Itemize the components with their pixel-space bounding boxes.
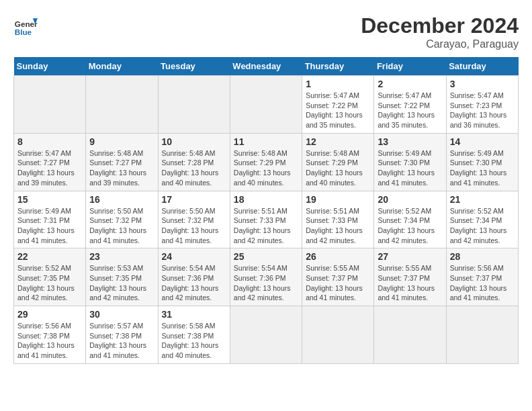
day-number: 26 xyxy=(306,251,370,262)
calendar-title: December 2024 xyxy=(361,13,519,38)
logo: General Blue xyxy=(13,13,38,38)
calendar-day-cell xyxy=(158,76,230,134)
calendar-day-cell xyxy=(446,306,518,364)
calendar-day-cell: 28 Sunrise: 5:56 AM Sunset: 7:37 PM Dayl… xyxy=(446,248,518,306)
calendar-body: 1 Sunrise: 5:47 AM Sunset: 7:22 PM Dayli… xyxy=(14,76,519,364)
day-number: 1 xyxy=(306,79,370,89)
calendar-subtitle: Carayao, Paraguay xyxy=(361,38,519,50)
day-info: Sunrise: 5:52 AM Sunset: 7:35 PM Dayligh… xyxy=(17,263,82,303)
logo-icon: General Blue xyxy=(13,13,38,38)
calendar-week-row: 1 Sunrise: 5:47 AM Sunset: 7:22 PM Dayli… xyxy=(14,76,519,134)
calendar-day-cell xyxy=(86,76,158,134)
day-number: 25 xyxy=(234,251,298,262)
day-info: Sunrise: 5:48 AM Sunset: 7:28 PM Dayligh… xyxy=(162,148,226,188)
day-info: Sunrise: 5:51 AM Sunset: 7:33 PM Dayligh… xyxy=(306,206,370,246)
day-info: Sunrise: 5:47 AM Sunset: 7:22 PM Dayligh… xyxy=(378,91,442,130)
calendar-day-cell: 14 Sunrise: 5:49 AM Sunset: 7:30 PM Dayl… xyxy=(446,133,518,191)
day-info: Sunrise: 5:49 AM Sunset: 7:30 PM Dayligh… xyxy=(450,148,515,188)
day-info: Sunrise: 5:58 AM Sunset: 7:38 PM Dayligh… xyxy=(162,321,226,361)
calendar-day-cell xyxy=(230,306,302,364)
calendar-day-cell: 3 Sunrise: 5:47 AM Sunset: 7:23 PM Dayli… xyxy=(446,76,518,134)
day-info: Sunrise: 5:48 AM Sunset: 7:29 PM Dayligh… xyxy=(234,148,298,188)
title-block: December 2024 Carayao, Paraguay xyxy=(361,13,519,50)
day-number: 24 xyxy=(162,251,226,262)
day-number: 3 xyxy=(450,79,515,89)
calendar-day-cell: 19 Sunrise: 5:51 AM Sunset: 7:33 PM Dayl… xyxy=(302,191,374,248)
day-info: Sunrise: 5:47 AM Sunset: 7:27 PM Dayligh… xyxy=(17,148,82,188)
svg-text:Blue: Blue xyxy=(15,28,32,36)
day-info: Sunrise: 5:54 AM Sunset: 7:36 PM Dayligh… xyxy=(234,263,298,303)
calendar-day-cell: 25 Sunrise: 5:54 AM Sunset: 7:36 PM Dayl… xyxy=(230,248,302,306)
calendar-day-cell: 15 Sunrise: 5:49 AM Sunset: 7:31 PM Dayl… xyxy=(14,191,86,248)
day-number: 17 xyxy=(162,194,226,205)
calendar-header-row: SundayMondayTuesdayWednesdayThursdayFrid… xyxy=(14,57,519,76)
page-header: General Blue December 2024 Carayao, Para… xyxy=(13,13,519,50)
day-number: 28 xyxy=(450,251,515,262)
calendar-day-cell xyxy=(374,306,446,364)
calendar-day-cell: 20 Sunrise: 5:52 AM Sunset: 7:34 PM Dayl… xyxy=(374,191,446,248)
calendar-day-cell: 2 Sunrise: 5:47 AM Sunset: 7:22 PM Dayli… xyxy=(374,76,446,134)
day-number: 15 xyxy=(17,194,82,205)
calendar-week-row: 8 Sunrise: 5:47 AM Sunset: 7:27 PM Dayli… xyxy=(14,133,519,191)
day-info: Sunrise: 5:48 AM Sunset: 7:29 PM Dayligh… xyxy=(306,148,370,188)
calendar-day-cell: 30 Sunrise: 5:57 AM Sunset: 7:38 PM Dayl… xyxy=(86,306,158,364)
day-number: 27 xyxy=(378,251,442,262)
day-info: Sunrise: 5:57 AM Sunset: 7:38 PM Dayligh… xyxy=(89,321,154,361)
day-number: 9 xyxy=(89,136,154,147)
calendar-day-cell: 17 Sunrise: 5:50 AM Sunset: 7:32 PM Dayl… xyxy=(158,191,230,248)
calendar-day-cell: 11 Sunrise: 5:48 AM Sunset: 7:29 PM Dayl… xyxy=(230,133,302,191)
day-info: Sunrise: 5:47 AM Sunset: 7:22 PM Dayligh… xyxy=(306,91,370,130)
calendar-day-cell: 1 Sunrise: 5:47 AM Sunset: 7:22 PM Dayli… xyxy=(302,76,374,134)
day-info: Sunrise: 5:53 AM Sunset: 7:35 PM Dayligh… xyxy=(89,263,154,303)
day-info: Sunrise: 5:56 AM Sunset: 7:37 PM Dayligh… xyxy=(450,263,515,303)
day-number: 30 xyxy=(89,309,154,320)
calendar-day-cell: 22 Sunrise: 5:52 AM Sunset: 7:35 PM Dayl… xyxy=(14,248,86,306)
day-info: Sunrise: 5:50 AM Sunset: 7:32 PM Dayligh… xyxy=(162,206,226,246)
day-info: Sunrise: 5:49 AM Sunset: 7:31 PM Dayligh… xyxy=(17,206,82,246)
day-info: Sunrise: 5:49 AM Sunset: 7:30 PM Dayligh… xyxy=(378,148,442,188)
day-number: 23 xyxy=(89,251,154,262)
day-number: 11 xyxy=(234,136,298,147)
day-info: Sunrise: 5:52 AM Sunset: 7:34 PM Dayligh… xyxy=(450,206,515,246)
calendar-day-cell: 31 Sunrise: 5:58 AM Sunset: 7:38 PM Dayl… xyxy=(158,306,230,364)
day-number: 31 xyxy=(162,309,226,320)
day-info: Sunrise: 5:50 AM Sunset: 7:32 PM Dayligh… xyxy=(89,206,154,246)
calendar-table: SundayMondayTuesdayWednesdayThursdayFrid… xyxy=(13,57,519,364)
calendar-day-cell: 12 Sunrise: 5:48 AM Sunset: 7:29 PM Dayl… xyxy=(302,133,374,191)
calendar-day-cell: 18 Sunrise: 5:51 AM Sunset: 7:33 PM Dayl… xyxy=(230,191,302,248)
day-info: Sunrise: 5:55 AM Sunset: 7:37 PM Dayligh… xyxy=(378,263,442,303)
day-number: 16 xyxy=(89,194,154,205)
calendar-day-cell: 21 Sunrise: 5:52 AM Sunset: 7:34 PM Dayl… xyxy=(446,191,518,248)
day-number: 29 xyxy=(17,309,82,320)
calendar-day-cell xyxy=(302,306,374,364)
day-number: 13 xyxy=(378,136,442,147)
day-number: 14 xyxy=(450,136,515,147)
day-info: Sunrise: 5:51 AM Sunset: 7:33 PM Dayligh… xyxy=(234,206,298,246)
calendar-week-row: 22 Sunrise: 5:52 AM Sunset: 7:35 PM Dayl… xyxy=(14,248,519,306)
calendar-week-row: 29 Sunrise: 5:56 AM Sunset: 7:38 PM Dayl… xyxy=(14,306,519,364)
day-number: 21 xyxy=(450,194,515,205)
calendar-day-cell: 16 Sunrise: 5:50 AM Sunset: 7:32 PM Dayl… xyxy=(86,191,158,248)
day-of-week-header: Saturday xyxy=(446,57,518,76)
day-number: 19 xyxy=(306,194,370,205)
day-number: 12 xyxy=(306,136,370,147)
calendar-day-cell: 27 Sunrise: 5:55 AM Sunset: 7:37 PM Dayl… xyxy=(374,248,446,306)
calendar-day-cell: 24 Sunrise: 5:54 AM Sunset: 7:36 PM Dayl… xyxy=(158,248,230,306)
day-number: 18 xyxy=(234,194,298,205)
calendar-week-row: 15 Sunrise: 5:49 AM Sunset: 7:31 PM Dayl… xyxy=(14,191,519,248)
day-of-week-header: Friday xyxy=(374,57,446,76)
day-number: 2 xyxy=(378,79,442,89)
calendar-day-cell: 13 Sunrise: 5:49 AM Sunset: 7:30 PM Dayl… xyxy=(374,133,446,191)
calendar-day-cell: 9 Sunrise: 5:48 AM Sunset: 7:27 PM Dayli… xyxy=(86,133,158,191)
day-number: 10 xyxy=(162,136,226,147)
day-info: Sunrise: 5:48 AM Sunset: 7:27 PM Dayligh… xyxy=(89,148,154,188)
day-of-week-header: Tuesday xyxy=(158,57,230,76)
day-of-week-header: Sunday xyxy=(14,57,86,76)
calendar-day-cell xyxy=(230,76,302,134)
calendar-day-cell: 23 Sunrise: 5:53 AM Sunset: 7:35 PM Dayl… xyxy=(86,248,158,306)
day-info: Sunrise: 5:55 AM Sunset: 7:37 PM Dayligh… xyxy=(306,263,370,303)
day-of-week-header: Thursday xyxy=(302,57,374,76)
calendar-day-cell xyxy=(14,76,86,134)
day-info: Sunrise: 5:56 AM Sunset: 7:38 PM Dayligh… xyxy=(17,321,82,361)
calendar-day-cell: 8 Sunrise: 5:47 AM Sunset: 7:27 PM Dayli… xyxy=(14,133,86,191)
